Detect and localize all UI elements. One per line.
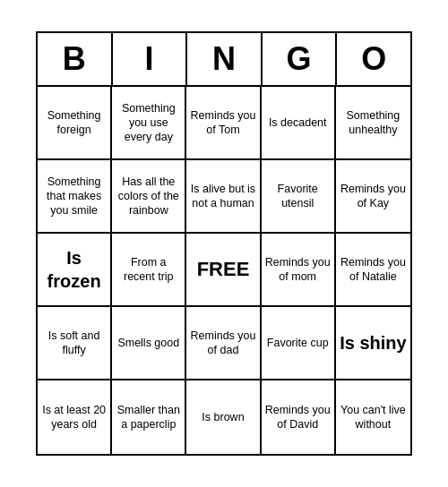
bingo-cell-0[interactable]: Something foreign xyxy=(38,87,112,160)
bingo-cell-13[interactable]: Reminds you of mom xyxy=(262,234,336,307)
bingo-cell-19[interactable]: Is shiny xyxy=(336,307,410,380)
bingo-header: BINGO xyxy=(38,33,410,87)
bingo-cell-3[interactable]: Is decadent xyxy=(262,87,336,160)
bingo-cell-15[interactable]: Is soft and fluffy xyxy=(38,307,112,380)
header-letter-b: B xyxy=(38,33,113,85)
bingo-cell-22[interactable]: Is brown xyxy=(186,380,261,454)
bingo-cell-16[interactable]: Smells good xyxy=(112,307,186,380)
bingo-cell-23[interactable]: Reminds you of David xyxy=(262,380,336,454)
header-letter-o: O xyxy=(337,33,410,85)
bingo-cell-4[interactable]: Something unhealthy xyxy=(336,87,410,160)
bingo-card: BINGO Something foreignSomething you use… xyxy=(36,31,412,456)
bingo-cell-18[interactable]: Favorite cup xyxy=(262,307,336,380)
bingo-cell-21[interactable]: Smaller than a paperclip xyxy=(112,380,186,454)
header-letter-g: G xyxy=(263,33,338,85)
header-letter-i: I xyxy=(113,33,188,85)
bingo-cell-17[interactable]: Reminds you of dad xyxy=(186,307,261,380)
bingo-cell-14[interactable]: Reminds you of Natalie xyxy=(336,234,410,307)
bingo-cell-8[interactable]: Favorite utensil xyxy=(262,160,336,234)
bingo-cell-10[interactable]: Is frozen xyxy=(38,234,112,307)
bingo-cell-6[interactable]: Has all the colors of the rainbow xyxy=(112,160,186,234)
free-space[interactable]: FREE xyxy=(186,234,261,307)
bingo-cell-1[interactable]: Something you use every day xyxy=(112,87,186,160)
bingo-cell-2[interactable]: Reminds you of Tom xyxy=(186,87,261,160)
bingo-cell-7[interactable]: Is alive but is not a human xyxy=(186,160,261,234)
header-letter-n: N xyxy=(187,33,263,85)
bingo-cell-5[interactable]: Something that makes you smile xyxy=(38,160,112,234)
bingo-grid: Something foreignSomething you use every… xyxy=(38,87,410,454)
bingo-cell-20[interactable]: Is at least 20 years old xyxy=(38,380,112,454)
bingo-cell-24[interactable]: You can't live without xyxy=(336,380,410,454)
bingo-cell-11[interactable]: From a recent trip xyxy=(112,234,186,307)
bingo-cell-9[interactable]: Reminds you of Kay xyxy=(336,160,410,234)
